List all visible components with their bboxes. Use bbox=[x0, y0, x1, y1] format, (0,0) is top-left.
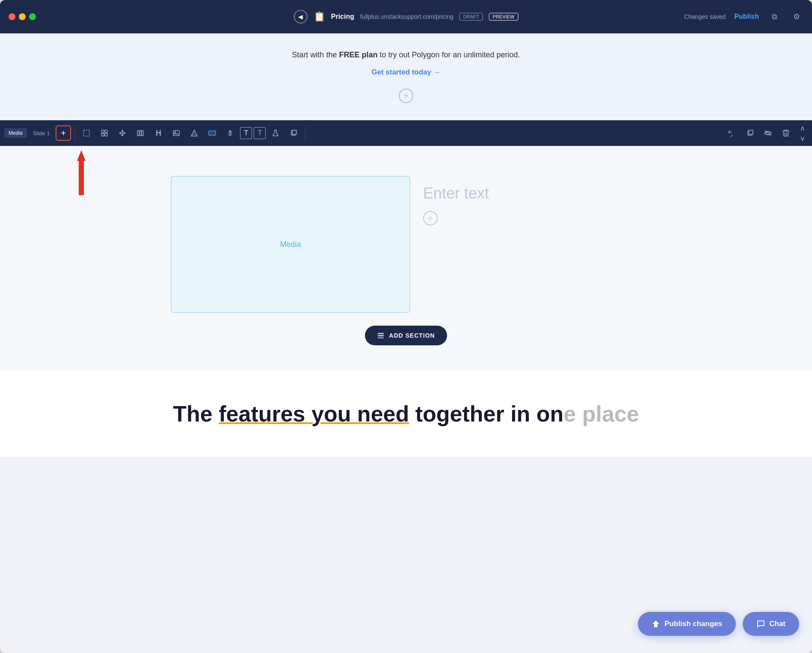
add-element-button[interactable]: + bbox=[56, 125, 71, 141]
titlebar: ◀ 📋 Pricing fullplus.unstacksupport.com/… bbox=[0, 0, 812, 33]
banner-text: Start with the FREE plan to try out Poly… bbox=[292, 50, 520, 59]
draft-badge[interactable]: DRAFT bbox=[459, 13, 483, 21]
add-block-button[interactable]: + bbox=[399, 89, 413, 103]
svg-rect-22 bbox=[378, 337, 384, 338]
enter-text-label[interactable]: Enter text bbox=[423, 184, 641, 202]
columns-icon[interactable] bbox=[132, 125, 148, 141]
add-section-label: ADD SECTION bbox=[389, 332, 435, 339]
toolbar-right: ∧ ∨ bbox=[724, 123, 808, 143]
chevron-controls: ∧ ∨ bbox=[797, 123, 808, 143]
back-icon: ◀ bbox=[298, 13, 303, 20]
shape-icon[interactable] bbox=[186, 125, 202, 141]
text-icon[interactable]: T bbox=[240, 127, 252, 139]
publish-button[interactable]: Publish bbox=[734, 13, 759, 21]
traffic-lights bbox=[9, 13, 36, 20]
svg-rect-3 bbox=[101, 134, 104, 136]
svg-rect-7 bbox=[142, 131, 143, 136]
maximize-button[interactable] bbox=[29, 13, 36, 20]
flask-icon[interactable] bbox=[267, 125, 284, 141]
svg-rect-4 bbox=[105, 134, 107, 136]
grid-view-icon[interactable] bbox=[96, 125, 113, 141]
svg-marker-18 bbox=[77, 150, 86, 161]
undo-icon[interactable] bbox=[724, 125, 740, 141]
anchor-icon[interactable] bbox=[222, 125, 238, 141]
duplicate-icon[interactable] bbox=[742, 125, 758, 141]
svg-rect-21 bbox=[378, 335, 384, 336]
media-label: Media bbox=[280, 240, 301, 249]
publish-icon bbox=[652, 620, 660, 628]
editor-content: Media Enter text + ADD SECTION bbox=[0, 146, 812, 371]
media-tag[interactable]: Media bbox=[4, 128, 27, 138]
svg-rect-19 bbox=[79, 161, 84, 195]
svg-rect-1 bbox=[101, 130, 104, 133]
chat-icon bbox=[756, 620, 765, 628]
page-url-label: fullplus.unstacksupport.com/pricing bbox=[360, 13, 453, 20]
add-section-button[interactable]: ADD SECTION bbox=[365, 326, 447, 345]
page-type-icon: 📋 bbox=[314, 11, 325, 22]
back-button[interactable]: ◀ bbox=[294, 10, 308, 24]
chat-button[interactable]: Chat bbox=[743, 612, 799, 636]
svg-rect-5 bbox=[137, 131, 139, 136]
stack-icon bbox=[377, 332, 385, 339]
add-text-block-button[interactable]: + bbox=[423, 211, 438, 226]
page-name-label: Pricing bbox=[331, 13, 354, 21]
minimize-button[interactable] bbox=[19, 13, 26, 20]
toolbar-separator-1 bbox=[74, 127, 75, 140]
delete-icon[interactable] bbox=[778, 125, 794, 141]
copy-style-icon[interactable] bbox=[285, 125, 302, 141]
titlebar-right: Changes saved Publish ⧉ ⚙ bbox=[684, 10, 803, 24]
app-window: ◀ 📋 Pricing fullplus.unstacksupport.com/… bbox=[0, 0, 812, 653]
slide-tag[interactable]: Slide 1 bbox=[29, 128, 54, 138]
changes-saved-label: Changes saved bbox=[684, 13, 726, 20]
titlebar-center: ◀ 📋 Pricing fullplus.unstacksupport.com/… bbox=[294, 10, 519, 24]
toolbar-separator-2 bbox=[305, 127, 305, 140]
publish-changes-button[interactable]: Publish changes bbox=[638, 612, 736, 636]
select-tool-icon[interactable] bbox=[78, 125, 95, 141]
bottom-fabs: Publish changes Chat bbox=[638, 612, 799, 636]
svg-marker-23 bbox=[652, 620, 659, 627]
editor-toolbar: Media Slide 1 + H T bbox=[0, 120, 812, 146]
close-button[interactable] bbox=[9, 13, 15, 20]
get-started-link[interactable]: Get started today → bbox=[371, 68, 441, 77]
svg-rect-0 bbox=[83, 130, 89, 136]
banner-section: Start with the FREE plan to try out Poly… bbox=[0, 33, 812, 120]
media-placeholder[interactable]: Media bbox=[171, 176, 410, 313]
plus-icon: + bbox=[61, 128, 66, 138]
copy-page-icon[interactable]: ⧉ bbox=[768, 10, 781, 24]
features-title: The features you need together in one pl… bbox=[173, 401, 639, 427]
red-arrow-svg bbox=[68, 146, 94, 202]
svg-rect-6 bbox=[139, 131, 141, 136]
add-section-container: ADD SECTION bbox=[26, 313, 786, 358]
move-down-button[interactable]: ∨ bbox=[797, 133, 808, 143]
two-col-layout: Media Enter text + bbox=[171, 176, 641, 313]
svg-rect-15 bbox=[749, 130, 753, 134]
svg-rect-13 bbox=[292, 130, 296, 134]
move-tool-icon[interactable] bbox=[114, 125, 130, 141]
preview-badge[interactable]: PREVIEW bbox=[489, 13, 519, 21]
move-up-button[interactable]: ∧ bbox=[797, 123, 808, 133]
image-icon[interactable] bbox=[168, 125, 184, 141]
publish-changes-label: Publish changes bbox=[664, 620, 722, 628]
svg-rect-2 bbox=[105, 130, 107, 133]
features-section: The features you need together in one pl… bbox=[0, 371, 812, 457]
svg-rect-20 bbox=[378, 333, 384, 334]
svg-point-9 bbox=[175, 132, 176, 133]
chat-label: Chat bbox=[769, 620, 785, 628]
text-col: Enter text + bbox=[423, 176, 641, 313]
section-icon[interactable] bbox=[204, 125, 220, 141]
svg-rect-10 bbox=[209, 131, 216, 135]
settings-icon[interactable]: ⚙ bbox=[790, 10, 803, 24]
text-alt-icon[interactable]: T bbox=[254, 127, 266, 139]
hide-icon[interactable] bbox=[760, 125, 776, 141]
heading-icon[interactable]: H bbox=[150, 125, 166, 141]
